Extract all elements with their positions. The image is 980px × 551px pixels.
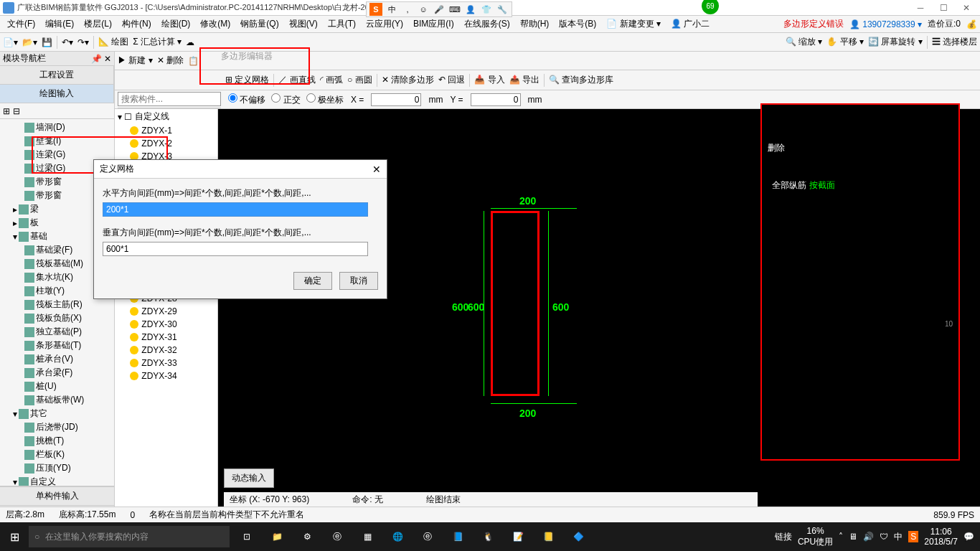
radio-ortho[interactable]: 正交 (271, 93, 300, 106)
export-button[interactable]: 📤 导出 (509, 74, 540, 86)
app-notes-icon[interactable]: 📝 (504, 522, 532, 551)
dialog-cancel-button[interactable]: 取消 (339, 272, 378, 290)
menu-component[interactable]: 构件(N) (118, 17, 156, 32)
component-item[interactable]: ZDYX-33 (115, 357, 217, 369)
ime-opt-icon[interactable]: , (401, 3, 414, 16)
menu-bim[interactable]: BIM应用(I) (409, 17, 458, 32)
rp-delete-tab[interactable]: 删除 (768, 142, 785, 154)
menu-view[interactable]: 视图(V) (285, 17, 322, 32)
menu-rebar[interactable]: 钢筋量(Q) (236, 17, 283, 32)
select-floor-button[interactable]: ☰ 选择楼层 (932, 36, 977, 48)
rotate-button[interactable]: 🔄 屏幕旋转 ▾ (868, 36, 923, 48)
ime-user-icon[interactable]: 👤 (464, 3, 477, 16)
tree-item[interactable]: 墙洞(D) (1, 121, 113, 134)
radio-polar[interactable]: 极坐标 (306, 93, 344, 106)
undo-icon[interactable]: ↶▾ (62, 37, 73, 47)
tray-safe-icon[interactable]: 🛡 (880, 532, 888, 542)
dialog-close-button[interactable]: ✕ (372, 164, 381, 175)
tree-item[interactable]: 桩承台(V) (1, 352, 113, 366)
h-spacing-input[interactable] (103, 202, 368, 217)
ime-emoji-icon[interactable]: ☺ (417, 3, 430, 16)
user-label[interactable]: 👤 广小二 (666, 17, 714, 32)
menu-version[interactable]: 版本号(B) (555, 17, 600, 32)
tree-item[interactable]: 筏板主筋(R) (1, 298, 113, 311)
menu-file[interactable]: 文件(F) (3, 17, 39, 32)
app-qq-icon[interactable]: 🐧 (473, 522, 502, 551)
polyedit-copy-icon[interactable]: 📋 (188, 56, 199, 66)
dynamic-input-button[interactable]: 动态输入 (224, 468, 274, 488)
import-button[interactable]: 📥 导入 (474, 74, 504, 86)
app-obs-icon[interactable]: ⚙ (293, 522, 321, 551)
tree-item[interactable]: ▾ 自定义 (1, 475, 113, 486)
menu-online[interactable]: 在线服务(S) (460, 17, 514, 32)
single-component-button[interactable]: 单构件输入 (0, 486, 114, 505)
nav-pin-icon[interactable]: 📌 ✕ (91, 54, 111, 64)
menu-tools[interactable]: 工具(T) (324, 17, 360, 32)
phone-label[interactable]: 👤 13907298339 ▾ (849, 19, 922, 29)
nav-collapse-icon[interactable]: ⊟ (13, 106, 20, 116)
draw-button[interactable]: 📐 绘图 (98, 36, 128, 48)
error-notice[interactable]: 多边形定义错误 (783, 18, 844, 30)
tab-project-settings[interactable]: 工程设置 (0, 66, 114, 84)
menu-floor[interactable]: 楼层(L) (80, 17, 116, 32)
menu-help[interactable]: 帮助(H) (516, 17, 554, 32)
nav-expand-icon[interactable]: ⊞ (3, 106, 10, 116)
draw-line-button[interactable]: ／ 画直线 (278, 74, 315, 86)
tree-item[interactable]: 独立基础(P) (1, 325, 113, 339)
sum-button[interactable]: Σ 汇总计算 ▾ (133, 36, 182, 48)
component-item[interactable]: ZDYX-2 (115, 137, 217, 150)
component-item[interactable]: ZDYX-30 (115, 318, 217, 331)
ime-toolbar[interactable]: S 中 , ☺ 🎤 ⌨ 👤 👕 🔧 (366, 1, 512, 17)
undo-button[interactable]: ↶ 回退 (438, 74, 465, 86)
minimize-button[interactable]: ─ (910, 1, 931, 15)
cloud-check-icon[interactable]: ☁ (186, 37, 194, 47)
app-browser1-icon[interactable]: 🌐 (383, 522, 412, 551)
tray-link[interactable]: 链接 (775, 531, 792, 543)
ime-lang[interactable]: 中 (385, 3, 398, 16)
ime-skin-icon[interactable]: 👕 (480, 3, 493, 16)
app-word-icon[interactable]: 📘 (443, 522, 472, 551)
save-icon[interactable]: 💾 (42, 37, 52, 47)
tree-item[interactable]: ▾ 其它 (1, 407, 113, 420)
tree-item[interactable]: 条形基础(T) (1, 339, 113, 352)
tree-item[interactable]: 挑檐(T) (1, 434, 113, 448)
component-item[interactable]: ZDYX-31 (115, 331, 217, 344)
polyedit-delete[interactable]: ✕ 删除 (157, 55, 184, 67)
new-icon[interactable]: 📄▾ (3, 37, 18, 47)
polyedit-new[interactable]: ▶ 新建 ▾ (118, 55, 153, 67)
search-component-input[interactable] (118, 92, 221, 106)
tree-item[interactable]: 承台梁(F) (1, 366, 113, 380)
tray-net-icon[interactable]: 🖥 (849, 532, 857, 542)
component-header[interactable]: ▾ ☐ 自定义线 (115, 109, 217, 124)
tree-item[interactable]: 壁龛(I) (1, 134, 113, 148)
v-spacing-input[interactable] (103, 242, 368, 256)
draw-circle-button[interactable]: ○ 画圆 (347, 74, 372, 86)
menu-draw[interactable]: 绘图(D) (157, 17, 195, 32)
app-edge-icon[interactable]: ⓔ (323, 522, 352, 551)
taskbar-search[interactable]: ○ 在这里输入你要搜索的内容 (29, 526, 230, 547)
zoom-button[interactable]: 🔍 缩放 ▾ (786, 36, 823, 48)
dialog-ok-button[interactable]: 确定 (293, 272, 332, 290)
new-change-button[interactable]: 📄 新建变更 ▾ (602, 17, 665, 32)
component-item[interactable]: ZDYX-29 (115, 305, 217, 318)
pan-button[interactable]: ✋ 平移 ▾ (826, 36, 864, 48)
tray-lang[interactable]: 中 (894, 531, 903, 543)
ime-kb-icon[interactable]: ⌨ (448, 3, 461, 16)
maximize-button[interactable]: ☐ (933, 1, 954, 15)
app-notes2-icon[interactable]: 📒 (534, 522, 562, 551)
menu-cloud[interactable]: 云应用(Y) (362, 17, 407, 32)
app-todesk-icon[interactable]: 🔷 (564, 522, 593, 551)
ime-mic-icon[interactable]: 🎤 (433, 3, 446, 16)
search-polygon-button[interactable]: 🔍 查询多边形库 (549, 74, 613, 86)
tree-item[interactable]: 筏板负筋(X) (1, 311, 113, 325)
start-button[interactable]: ⊞ (0, 522, 29, 551)
tab-draw-input[interactable]: 绘图输入 (0, 85, 114, 103)
tray-up-icon[interactable]: ˄ (839, 532, 843, 542)
clear-polygon-button[interactable]: ✕ 清除多边形 (382, 74, 434, 86)
tray-notif-icon[interactable]: 💬 (963, 532, 974, 542)
ime-sogou-icon[interactable]: S (369, 3, 382, 16)
menu-edit[interactable]: 编辑(E) (41, 17, 78, 32)
x-input[interactable] (371, 93, 421, 106)
app-ggj-icon[interactable]: ▦ (353, 522, 382, 551)
app-ie-icon[interactable]: ⓔ (413, 522, 442, 551)
